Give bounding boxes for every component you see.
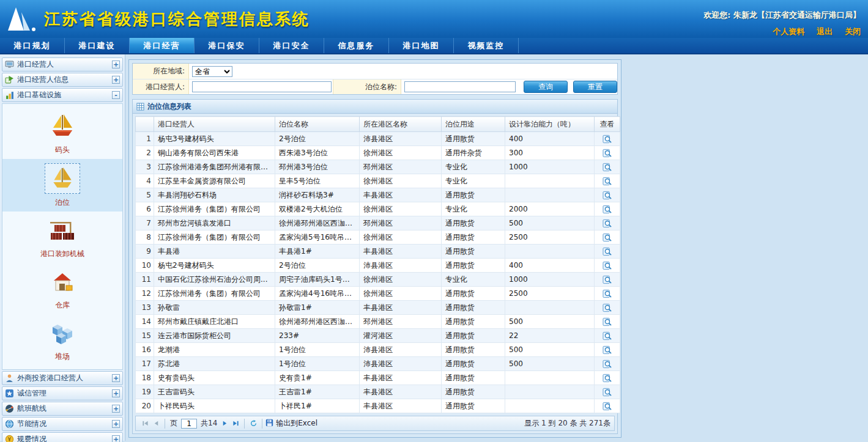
grid-wrap: 港口经营人泊位名称所在港区名称泊位用途设计靠泊能力（吨）查看 1杨屯3号建材码头…	[133, 114, 617, 433]
berth-usage-cell: 通用散货	[442, 132, 505, 146]
view-record-icon[interactable]	[603, 149, 612, 158]
view-record-icon[interactable]	[603, 261, 612, 270]
berth-name-cell: 史有贵1#	[275, 371, 360, 385]
expand-toggle-icon[interactable]: +	[112, 435, 120, 442]
nav-tab-1[interactable]: 港口规划	[0, 38, 65, 53]
expand-toggle-icon[interactable]: +	[112, 76, 120, 84]
nav-tab-7[interactable]: 港口地图	[389, 38, 454, 53]
sidebar-group-4[interactable]: 外商投资港口经营人+	[2, 371, 123, 385]
yard-icon	[49, 320, 76, 347]
berth-name-cell: 徐州港邳州港区西泇河...	[275, 216, 360, 230]
next-page-icon[interactable]	[219, 418, 230, 429]
expand-toggle-icon[interactable]: +	[112, 389, 120, 397]
first-page-icon[interactable]	[139, 418, 150, 429]
berth-name-cell: 呈丰5号泊位	[275, 174, 360, 188]
row-number-cell: 7	[136, 216, 154, 230]
row-number-cell: 6	[136, 202, 154, 216]
sidebar-group-7[interactable]: 节能情况+	[2, 417, 123, 431]
sidebar-group-label: 港口基础设施	[17, 90, 112, 100]
view-record-icon[interactable]	[603, 388, 612, 397]
view-record-icon[interactable]	[603, 345, 612, 355]
logout-link[interactable]: 退出	[817, 27, 833, 36]
view-record-icon[interactable]	[603, 205, 612, 214]
app-logo-sail-icon	[5, 5, 42, 33]
sidebar-group-5[interactable]: 诚信管理+	[2, 386, 123, 400]
sidebar-group-1[interactable]: 港口经营人+	[2, 57, 123, 72]
row-number-cell: 19	[136, 385, 154, 399]
view-record-icon[interactable]	[603, 275, 612, 284]
sidebar-group-3[interactable]: 港口基础设施-	[2, 88, 123, 102]
view-cell	[595, 385, 620, 399]
view-record-icon[interactable]	[603, 163, 612, 172]
view-record-icon[interactable]	[603, 331, 612, 341]
page-number-input[interactable]	[181, 419, 197, 429]
view-record-icon[interactable]	[603, 374, 612, 383]
filter-box: 所在地域: 全省 港口经营人: 泊位名称: 查询 重置	[132, 63, 618, 95]
port-area-cell: 沛县港区	[360, 132, 442, 146]
table-row: 14邳州市戴庄镇戴庄北港口徐州港邳州港区西泇河...邳州港区通用散货500	[136, 315, 620, 329]
view-record-icon[interactable]	[603, 191, 612, 200]
profile-link[interactable]: 个人资料	[773, 27, 804, 36]
port-area-cell: 徐州港区	[360, 287, 442, 301]
expand-toggle-icon[interactable]: -	[112, 91, 120, 99]
view-cell	[595, 174, 620, 188]
export-excel-button[interactable]: 输出到Excel	[265, 418, 317, 429]
sidebar-group-label: 外商投资港口经营人	[17, 373, 112, 383]
sidebar-group-2[interactable]: 港口经营人信息+	[2, 73, 123, 87]
sidebar-group-6[interactable]: 航班航线+	[2, 402, 123, 416]
view-record-icon[interactable]	[603, 219, 612, 228]
capacity-cell	[505, 399, 595, 413]
view-record-icon[interactable]	[603, 359, 612, 369]
nav-tab-5[interactable]: 港口安全	[259, 38, 324, 53]
berth-usage-cell: 通用散货	[442, 385, 505, 399]
row-number-cell: 9	[136, 245, 154, 259]
view-cell	[595, 329, 620, 343]
search-button[interactable]: 查询	[524, 81, 568, 93]
nav-tab-4[interactable]: 港口保安	[195, 38, 259, 53]
berth-name-cell: 邳州港3号泊位	[275, 160, 360, 174]
nav-tab-3[interactable]: 港口经营	[130, 38, 195, 53]
last-page-icon[interactable]	[230, 418, 241, 429]
expand-toggle-icon[interactable]: +	[112, 405, 120, 413]
refresh-icon[interactable]	[248, 418, 259, 429]
facility-item-dock[interactable]: 码头	[2, 108, 122, 159]
facility-item-warehouse[interactable]: 仓库	[2, 263, 122, 314]
content-area: 港口经营人+港口经营人信息+港口基础设施- 码头泊位港口装卸机械仓库堆场 外商投…	[0, 54, 868, 441]
view-record-icon[interactable]	[603, 402, 612, 411]
berth-usage-cell: 通用散货	[442, 287, 505, 301]
facility-item-berth[interactable]: 泊位	[2, 159, 122, 212]
table-row: 15连云港市国际货柜公司233#灌河港区通用散货22	[136, 329, 620, 343]
sidebar-group-8[interactable]: 规费情况+	[2, 432, 123, 442]
operator-input[interactable]	[192, 81, 332, 92]
view-record-icon[interactable]	[603, 134, 612, 144]
nav-tab-2[interactable]: 港口建设	[65, 38, 130, 53]
nav-tab-8[interactable]: 视频监控	[454, 38, 519, 53]
table-row: 17苏北港1号泊位沛县港区通用散货500	[136, 357, 620, 371]
pagination-bar: 页 共14	[135, 416, 615, 431]
berth-name-cell: 1号泊位	[275, 357, 360, 371]
nav-tab-6[interactable]: 信息服务	[324, 38, 389, 53]
berth-name-input[interactable]	[404, 81, 516, 92]
view-record-icon[interactable]	[603, 289, 612, 298]
expand-toggle-icon[interactable]: +	[112, 374, 120, 382]
berth-name-cell: 周宅子油库码头1号泊位	[275, 273, 360, 287]
view-record-icon[interactable]	[603, 247, 612, 256]
prev-page-icon[interactable]	[150, 418, 161, 429]
expand-toggle-icon[interactable]: +	[112, 420, 120, 428]
reset-button[interactable]: 重置	[573, 81, 617, 93]
expand-toggle-icon[interactable]: +	[112, 61, 120, 68]
view-record-icon[interactable]	[603, 317, 612, 326]
col-header-6: 查看	[595, 117, 620, 132]
facility-label: 仓库	[2, 300, 122, 311]
facility-item-yard[interactable]: 堆场	[2, 314, 122, 366]
foreign-investor-icon	[5, 374, 14, 383]
port-area-cell: 丰县港区	[360, 188, 442, 202]
view-record-icon[interactable]	[603, 303, 612, 312]
facility-item-crane[interactable]: 港口装卸机械	[2, 212, 122, 263]
region-label: 所在地域:	[133, 64, 189, 79]
view-record-icon[interactable]	[603, 177, 612, 186]
view-record-icon[interactable]	[603, 233, 612, 242]
berth-name-cell: 1号泊位	[275, 343, 360, 357]
close-link[interactable]: 关闭	[845, 27, 861, 36]
region-select[interactable]: 全省	[192, 66, 232, 77]
